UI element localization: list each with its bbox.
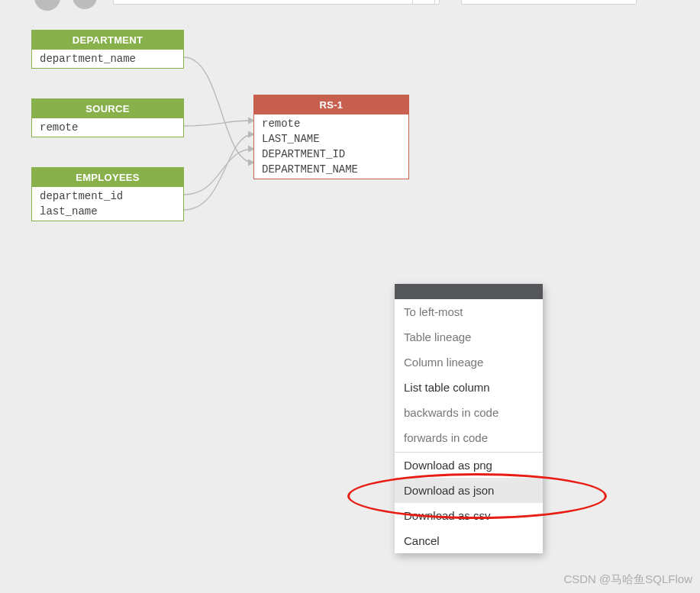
node-header: RS-1 xyxy=(254,95,408,114)
node-body: department_name xyxy=(32,50,183,68)
node-body: remote xyxy=(32,118,183,137)
node-body: department_id last_name xyxy=(32,187,183,221)
node-department[interactable]: DEPARTMENT department_name xyxy=(31,30,184,69)
context-menu-header[interactable] xyxy=(395,284,543,299)
menu-cancel[interactable]: Cancel xyxy=(395,528,543,553)
node-employees[interactable]: EMPLOYEES department_id last_name xyxy=(31,167,184,221)
node-header: DEPARTMENT xyxy=(32,31,183,50)
field-last-name[interactable]: LAST_NAME xyxy=(254,131,408,147)
field-department-id[interactable]: department_id xyxy=(32,189,183,204)
field-remote[interactable]: remote xyxy=(254,116,408,131)
field-department-name[interactable]: DEPARTMENT_NAME xyxy=(254,162,408,177)
field-last-name[interactable]: last_name xyxy=(32,204,183,219)
context-menu: To left-most Table lineage Column lineag… xyxy=(395,284,543,553)
node-header: SOURCE xyxy=(32,99,183,118)
menu-to-left-most[interactable]: To left-most xyxy=(395,299,543,324)
menu-column-lineage[interactable]: Column lineage xyxy=(395,350,543,375)
node-rs1[interactable]: RS-1 remote LAST_NAME DEPARTMENT_ID DEPA… xyxy=(253,95,409,179)
node-source[interactable]: SOURCE remote xyxy=(31,98,184,137)
node-header: EMPLOYEES xyxy=(32,168,183,187)
field-remote[interactable]: remote xyxy=(32,120,183,135)
menu-download-png[interactable]: Download as png xyxy=(395,453,543,478)
field-department-name[interactable]: department_name xyxy=(32,51,183,66)
node-body: remote LAST_NAME DEPARTMENT_ID DEPARTMEN… xyxy=(254,114,408,179)
menu-table-lineage[interactable]: Table lineage xyxy=(395,324,543,350)
menu-backwards-in-code[interactable]: backwards in code xyxy=(395,400,543,425)
menu-list-table-column[interactable]: List table column xyxy=(395,375,543,400)
menu-download-json[interactable]: Download as json xyxy=(395,478,543,503)
menu-forwards-in-code[interactable]: forwards in code xyxy=(395,425,543,450)
menu-download-csv[interactable]: Download as csv xyxy=(395,503,543,528)
field-department-id[interactable]: DEPARTMENT_ID xyxy=(254,147,408,162)
diagram-canvas[interactable]: DEPARTMENT department_name SOURCE remote… xyxy=(0,0,700,593)
